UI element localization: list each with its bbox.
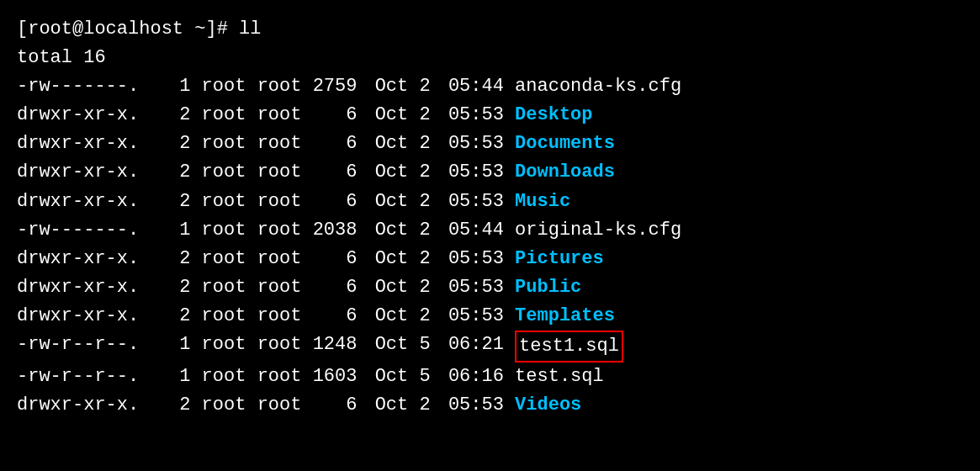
file-perms: drwxr-xr-x.	[17, 302, 168, 331]
file-month: Oct	[375, 158, 420, 187]
file-links: 2	[168, 391, 202, 420]
file-owner: root	[202, 273, 257, 302]
file-size: 6	[313, 158, 368, 187]
table-row: drwxr-xr-x. 2 root root 6 Oct 2 05:53 Pi…	[17, 245, 963, 273]
table-row: drwxr-xr-x. 2 root root 6 Oct 2 05:53 Vi…	[17, 391, 963, 420]
file-name: Documents	[515, 130, 615, 158]
file-perms: drwxr-xr-x.	[17, 391, 168, 420]
file-perms: -rw-r--r--.	[17, 363, 168, 391]
file-group: root	[257, 331, 313, 363]
total-text: total 16	[17, 44, 106, 72]
terminal: [root@localhost ~]# ll total 16 -rw-----…	[17, 15, 963, 420]
file-time: 05:53	[448, 101, 515, 130]
file-size: 1603	[313, 363, 368, 391]
file-group: root	[257, 101, 313, 130]
file-time: 05:44	[448, 216, 515, 245]
file-size: 6	[313, 101, 368, 130]
file-name: original-ks.cfg	[515, 216, 681, 245]
file-name: test.sql	[515, 363, 604, 391]
file-owner: root	[202, 158, 257, 187]
file-owner: root	[202, 391, 257, 420]
file-month: Oct	[375, 188, 420, 216]
file-perms: drwxr-xr-x.	[17, 188, 168, 216]
file-links: 1	[168, 216, 202, 245]
file-day: 2	[419, 273, 441, 302]
file-month: Oct	[375, 216, 420, 245]
file-time: 05:53	[448, 302, 515, 331]
file-time: 06:21	[448, 331, 515, 363]
table-row: drwxr-xr-x. 2 root root 6 Oct 2 05:53 Mu…	[17, 188, 963, 216]
file-name: Downloads	[515, 158, 615, 187]
table-row: drwxr-xr-x. 2 root root 6 Oct 2 05:53 Te…	[17, 302, 963, 331]
file-links: 1	[168, 363, 202, 391]
file-name: Desktop	[515, 101, 592, 130]
file-name: Videos	[515, 391, 581, 420]
file-size: 6	[313, 302, 368, 331]
file-day: 2	[419, 130, 441, 158]
file-group: root	[257, 245, 313, 273]
file-day: 2	[419, 158, 441, 187]
file-links: 2	[168, 188, 202, 216]
file-group: root	[257, 158, 313, 187]
file-name: Public	[515, 273, 581, 302]
table-row: -rw-r--r--. 1 root root 1248 Oct 5 06:21…	[17, 331, 963, 363]
file-day: 2	[419, 101, 441, 130]
prompt-text: [root@localhost ~]# ll	[17, 15, 261, 44]
file-group: root	[257, 302, 313, 331]
file-name: anaconda-ks.cfg	[515, 72, 681, 101]
file-month: Oct	[375, 331, 420, 363]
file-group: root	[257, 363, 313, 391]
file-group: root	[257, 72, 313, 101]
file-time: 05:53	[448, 391, 515, 420]
file-perms: drwxr-xr-x.	[17, 130, 168, 158]
file-day: 2	[419, 245, 441, 273]
file-time: 05:53	[448, 273, 515, 302]
file-size: 1248	[313, 331, 368, 363]
file-size: 6	[313, 245, 368, 273]
table-row: -rw-r--r--. 1 root root 1603 Oct 5 06:16…	[17, 363, 963, 391]
prompt-line: [root@localhost ~]# ll	[17, 15, 963, 44]
file-time: 05:44	[448, 72, 515, 101]
file-month: Oct	[375, 245, 420, 273]
file-links: 2	[168, 245, 202, 273]
file-day: 2	[419, 216, 441, 245]
file-owner: root	[202, 216, 257, 245]
file-name: test1.sql	[515, 331, 623, 363]
table-row: drwxr-xr-x. 2 root root 6 Oct 2 05:53 De…	[17, 101, 963, 130]
file-owner: root	[202, 130, 257, 158]
file-owner: root	[202, 101, 257, 130]
table-row: drwxr-xr-x. 2 root root 6 Oct 2 05:53 Do…	[17, 130, 963, 158]
file-month: Oct	[375, 391, 420, 420]
file-perms: drwxr-xr-x.	[17, 245, 168, 273]
table-row: drwxr-xr-x. 2 root root 6 Oct 2 05:53 Do…	[17, 158, 963, 187]
file-links: 2	[168, 158, 202, 187]
file-month: Oct	[375, 72, 420, 101]
file-group: root	[257, 273, 313, 302]
file-group: root	[257, 391, 313, 420]
file-perms: drwxr-xr-x.	[17, 158, 168, 187]
file-owner: root	[202, 331, 257, 363]
file-owner: root	[202, 245, 257, 273]
file-perms: -rw-r--r--.	[17, 331, 168, 363]
file-group: root	[257, 130, 313, 158]
file-links: 2	[168, 302, 202, 331]
file-month: Oct	[375, 130, 420, 158]
file-month: Oct	[375, 302, 420, 331]
file-size: 2759	[313, 72, 368, 101]
file-size: 6	[313, 188, 368, 216]
file-links: 2	[168, 273, 202, 302]
file-time: 05:53	[448, 188, 515, 216]
file-links: 1	[168, 331, 202, 363]
file-day: 2	[419, 72, 441, 101]
table-row: -rw-------. 1 root root 2038 Oct 2 05:44…	[17, 216, 963, 245]
file-perms: drwxr-xr-x.	[17, 273, 168, 302]
file-time: 05:53	[448, 130, 515, 158]
file-name: Templates	[515, 302, 615, 331]
file-day: 5	[419, 331, 441, 363]
file-time: 05:53	[448, 245, 515, 273]
file-links: 2	[168, 130, 202, 158]
file-perms: drwxr-xr-x.	[17, 101, 168, 130]
file-listing: -rw-------. 1 root root 2759 Oct 2 05:44…	[17, 72, 963, 420]
table-row: drwxr-xr-x. 2 root root 6 Oct 2 05:53 Pu…	[17, 273, 963, 302]
file-perms: -rw-------.	[17, 72, 168, 101]
